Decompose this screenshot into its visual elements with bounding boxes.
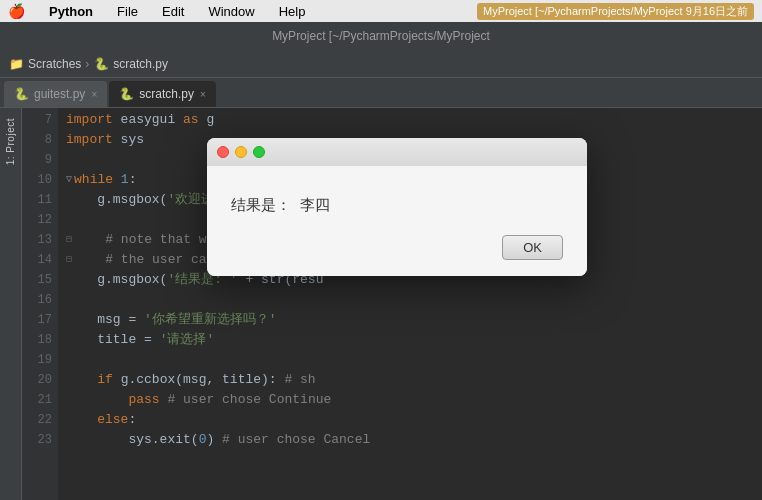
code-line-22: else: [66, 410, 754, 430]
ln-11: 11 [22, 190, 52, 210]
ln-16: 16 [22, 290, 52, 310]
code-line-16 [66, 290, 754, 310]
project-panel-label[interactable]: 1: Project [5, 118, 16, 165]
dialog-body: 结果是： 李四 OK [207, 166, 587, 276]
menu-file[interactable]: File [113, 4, 142, 19]
breadcrumb-bar: 📁 Scratches › 🐍 scratch.py [0, 50, 762, 78]
line-numbers: 7 8 9 10 11 12 13 14 15 16 17 18 19 20 2… [22, 108, 58, 500]
code-line-23: sys.exit(0) # user chose Cancel [66, 430, 754, 450]
menu-help[interactable]: Help [275, 4, 310, 19]
breadcrumb-separator: › [85, 57, 89, 71]
traffic-light-green[interactable] [253, 146, 265, 158]
traffic-light-red[interactable] [217, 146, 229, 158]
ln-12: 12 [22, 210, 52, 230]
code-line-17: msg = '你希望重新选择吗？' [66, 310, 754, 330]
code-editor[interactable]: 7 8 9 10 11 12 13 14 15 16 17 18 19 20 2… [22, 108, 762, 500]
tab-label-guitest: guitest.py [34, 87, 85, 101]
ln-19: 19 [22, 350, 52, 370]
ln-14: 14 [22, 250, 52, 270]
dialog-ok-button[interactable]: OK [502, 235, 563, 260]
tab-close-guitest[interactable]: × [91, 89, 97, 100]
apple-icon[interactable]: 🍎 [8, 3, 25, 19]
ln-22: 22 [22, 410, 52, 430]
ln-10: 10 [22, 170, 52, 190]
ln-23: 23 [22, 430, 52, 450]
breadcrumb-file[interactable]: scratch.py [113, 57, 168, 71]
ln-17: 17 [22, 310, 52, 330]
ln-7: 7 [22, 110, 52, 130]
tab-close-scratch[interactable]: × [200, 89, 206, 100]
menu-python[interactable]: Python [45, 4, 97, 19]
code-line-20: if g.ccbox(msg, title): # sh [66, 370, 754, 390]
dialog-message: 结果是： 李四 [231, 196, 563, 215]
date-badge: MyProject [~/PycharmProjects/MyProject 9… [477, 3, 754, 20]
project-title: MyProject [~/PycharmProjects/MyProject [272, 29, 490, 43]
menu-edit[interactable]: Edit [158, 4, 188, 19]
code-line-21: pass # user chose Continue [66, 390, 754, 410]
ln-9: 9 [22, 150, 52, 170]
ln-13: 13 [22, 230, 52, 250]
ide-container: MyProject [~/PycharmProjects/MyProject 📁… [0, 22, 762, 500]
tab-icon-scratch: 🐍 [119, 87, 133, 101]
dialog[interactable]: 结果是： 李四 OK [207, 138, 587, 276]
dialog-buttons: OK [231, 235, 563, 260]
ln-18: 18 [22, 330, 52, 350]
ln-21: 21 [22, 390, 52, 410]
code-line-19 [66, 350, 754, 370]
sidebar: 1: Project [0, 108, 22, 500]
ln-15: 15 [22, 270, 52, 290]
tab-label-scratch: scratch.py [139, 87, 194, 101]
menu-window[interactable]: Window [204, 4, 258, 19]
menu-bar: 🍎 Python File Edit Window Help MyProject… [0, 0, 762, 22]
tab-scratch[interactable]: 🐍 scratch.py × [109, 81, 216, 107]
tab-icon-guitest: 🐍 [14, 87, 28, 101]
ln-20: 20 [22, 370, 52, 390]
title-bar: MyProject [~/PycharmProjects/MyProject [0, 22, 762, 50]
traffic-light-yellow[interactable] [235, 146, 247, 158]
tab-guitest[interactable]: 🐍 guitest.py × [4, 81, 107, 107]
folder-icon: 📁 [8, 56, 24, 72]
code-line-18: title = '请选择' [66, 330, 754, 350]
code-line-7: import easygui as g [66, 110, 754, 130]
file-icon: 🐍 [93, 56, 109, 72]
dialog-title-bar [207, 138, 587, 166]
ln-8: 8 [22, 130, 52, 150]
main-area: 1: Project 7 8 9 10 11 12 13 14 15 16 17… [0, 108, 762, 500]
breadcrumb-folder[interactable]: Scratches [28, 57, 81, 71]
tab-bar: 🐍 guitest.py × 🐍 scratch.py × [0, 78, 762, 108]
